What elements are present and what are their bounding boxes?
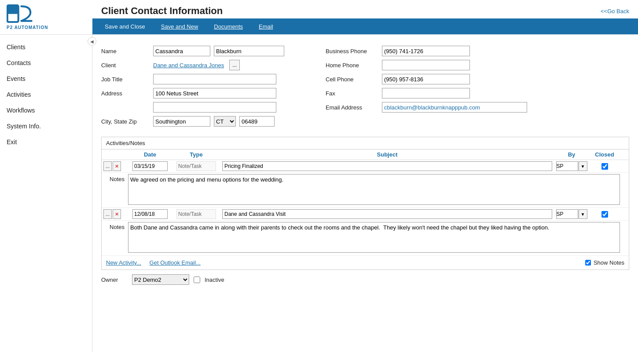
activities-section: Activities/Notes Date Type Subject By Cl… bbox=[101, 137, 629, 270]
activity-1-by-input[interactable] bbox=[556, 161, 578, 171]
activity-row-2: ... ✕ ▼ bbox=[102, 208, 629, 256]
client-link[interactable]: Dane and Cassandra Jones bbox=[153, 62, 224, 69]
email-label: Email Address bbox=[326, 104, 378, 111]
owner-row: Owner P2 Demo2 Inactive bbox=[101, 274, 629, 285]
sidebar-item-contacts[interactable]: Contacts bbox=[0, 55, 92, 71]
home-phone-input[interactable] bbox=[382, 60, 470, 70]
show-notes-area: Show Notes bbox=[585, 259, 624, 266]
client-browse-button[interactable]: ... bbox=[229, 60, 240, 70]
job-title-input[interactable] bbox=[153, 74, 276, 84]
business-phone-label: Business Phone bbox=[326, 48, 378, 55]
activity-1-type-input[interactable] bbox=[176, 161, 216, 171]
col-header-by: By bbox=[554, 151, 589, 158]
activity-2-notes-row: Notes Both Dane and Cassandra came in al… bbox=[102, 221, 629, 256]
activity-2-by-dropdown[interactable]: ▼ bbox=[579, 209, 587, 219]
city-input[interactable] bbox=[153, 116, 210, 127]
address-line2-input[interactable] bbox=[153, 102, 276, 113]
address-label: Address bbox=[101, 90, 150, 97]
email-button[interactable]: Email bbox=[251, 18, 281, 34]
activity-1-delete-button[interactable]: ✕ bbox=[113, 161, 121, 171]
sidebar-item-exit[interactable]: Exit bbox=[0, 134, 92, 150]
state-select[interactable]: CT NY CA bbox=[214, 116, 236, 127]
inactive-label: Inactive bbox=[205, 277, 224, 283]
activity-1-date-input[interactable] bbox=[132, 161, 168, 171]
first-name-input[interactable] bbox=[153, 46, 210, 56]
col-header-subject: Subject bbox=[220, 151, 554, 158]
activity-2-notes-label: Notes bbox=[102, 222, 128, 230]
activity-2-notes-textarea[interactable]: Both Dane and Cassandra came in along wi… bbox=[128, 222, 620, 253]
sidebar-item-activities[interactable]: Activities bbox=[0, 87, 92, 102]
email-input[interactable] bbox=[382, 102, 527, 113]
activity-2-by-input[interactable] bbox=[556, 209, 578, 219]
sidebar: ◀ Clients Contacts Events Activities Wor… bbox=[0, 35, 92, 352]
logo-icon bbox=[7, 4, 86, 24]
new-activity-link[interactable]: New Activity... bbox=[106, 259, 141, 266]
activity-1-notes-label: Notes bbox=[102, 174, 128, 182]
fax-label: Fax bbox=[326, 90, 378, 97]
col-header-type: Type bbox=[172, 151, 220, 158]
activity-2-edit-button[interactable]: ... bbox=[103, 209, 112, 219]
activity-2-closed-checkbox[interactable] bbox=[601, 211, 608, 218]
zip-input[interactable] bbox=[239, 116, 275, 127]
sidebar-item-system-info[interactable]: System Info. bbox=[0, 118, 92, 134]
home-phone-label: Home Phone bbox=[326, 62, 378, 69]
address-line1-input[interactable] bbox=[153, 88, 276, 98]
owner-label: Owner bbox=[101, 277, 128, 283]
activities-table-header: Date Type Subject By Closed bbox=[102, 149, 629, 160]
svg-rect-1 bbox=[7, 5, 18, 14]
city-state-zip-label: City, State Zip bbox=[101, 118, 150, 125]
activity-2-subject-input[interactable] bbox=[222, 209, 552, 219]
job-title-label: Job Title bbox=[101, 76, 150, 83]
save-close-button[interactable]: Save and Close bbox=[97, 18, 153, 34]
activity-2-date-input[interactable] bbox=[132, 209, 168, 219]
owner-select[interactable]: P2 Demo2 bbox=[132, 274, 189, 285]
get-outlook-link[interactable]: Get Outlook Email... bbox=[150, 259, 201, 266]
activities-header: Activities/Notes bbox=[102, 137, 629, 149]
cell-phone-input[interactable] bbox=[382, 74, 470, 84]
sidebar-collapse-button[interactable]: ◀ bbox=[88, 37, 96, 46]
page-title: Client Contact Information bbox=[101, 5, 223, 17]
activity-1-notes-textarea[interactable]: We agreed on the pricing and menu option… bbox=[128, 174, 620, 205]
show-notes-label: Show Notes bbox=[594, 259, 624, 266]
show-notes-checkbox[interactable] bbox=[585, 260, 591, 266]
activities-footer: New Activity... Get Outlook Email... Sho… bbox=[102, 256, 629, 269]
col-header-date: Date bbox=[128, 151, 172, 158]
activity-1-by-dropdown[interactable]: ▼ bbox=[579, 161, 587, 171]
documents-button[interactable]: Documents bbox=[206, 18, 251, 34]
sidebar-item-workflows[interactable]: Workflows bbox=[0, 102, 92, 118]
logo-text: P2 AUTOMATION bbox=[7, 25, 86, 30]
activity-1-closed-checkbox[interactable] bbox=[601, 163, 608, 170]
cell-phone-label: Cell Phone bbox=[326, 76, 378, 83]
last-name-input[interactable] bbox=[214, 46, 284, 56]
business-phone-input[interactable] bbox=[382, 46, 470, 56]
go-back-link[interactable]: <<Go Back bbox=[601, 8, 629, 15]
sidebar-item-events[interactable]: Events bbox=[0, 71, 92, 87]
activity-row-1: ... ✕ ▼ bbox=[102, 160, 629, 208]
fax-input[interactable] bbox=[382, 88, 470, 98]
sidebar-item-clients[interactable]: Clients bbox=[0, 39, 92, 55]
col-header-closed: Closed bbox=[589, 151, 620, 158]
save-new-button[interactable]: Save and New bbox=[153, 18, 206, 34]
activity-1-edit-button[interactable]: ... bbox=[103, 161, 112, 171]
activity-1-subject-input[interactable] bbox=[222, 161, 552, 171]
inactive-checkbox[interactable] bbox=[194, 277, 200, 283]
client-label: Client bbox=[101, 62, 150, 69]
activity-1-notes-row: Notes We agreed on the pricing and menu … bbox=[102, 173, 629, 208]
activity-2-type-input[interactable] bbox=[176, 209, 216, 219]
activity-2-delete-button[interactable]: ✕ bbox=[113, 209, 121, 219]
name-label: Name bbox=[101, 48, 150, 55]
footer-links: New Activity... Get Outlook Email... bbox=[106, 259, 207, 266]
main-content: Name Client Dane and Cassandra Jones ...… bbox=[92, 35, 638, 352]
toolbar: Save and Close Save and New Documents Em… bbox=[92, 18, 638, 34]
